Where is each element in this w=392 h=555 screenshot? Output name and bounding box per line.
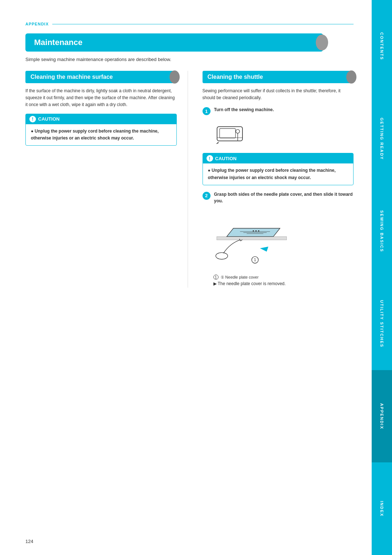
step-1: 1 Turn off the sewing machine. xyxy=(203,106,354,115)
svg-rect-1 xyxy=(220,129,236,138)
sidebar-item-getting-ready[interactable]: GETTING READY xyxy=(372,93,392,185)
intro-text: Simple sewing machine maintenance operat… xyxy=(25,57,354,62)
sidebar-item-index[interactable]: INDEX xyxy=(372,462,392,555)
appendix-bar: APPENDIX xyxy=(25,22,354,26)
left-caution-box: ! CAUTION Unplug the power supply cord b… xyxy=(25,114,177,146)
step-1-text: Turn off the sewing machine. xyxy=(214,106,274,113)
needle-plate-svg: 1 xyxy=(213,209,293,267)
left-section-body: If the surface of the machine is dirty, … xyxy=(25,88,177,109)
step-2-circle: 2 xyxy=(203,192,211,200)
svg-point-12 xyxy=(258,230,259,232)
left-caution-item: Unplug the power supply cord before clea… xyxy=(31,128,171,142)
right-caution-item: Unplug the power supply cord before clea… xyxy=(208,167,348,181)
right-section-title: Cleaning the shuttle xyxy=(208,74,263,80)
right-caution-icon: ! xyxy=(207,155,213,162)
right-section-intro: Sewing performance will suffer if dust c… xyxy=(203,88,354,101)
svg-point-13 xyxy=(216,252,228,259)
left-section-header: Cleaning the machine surface xyxy=(25,71,177,83)
page-number: 124 xyxy=(25,539,33,544)
left-column: Cleaning the machine surface If the surf… xyxy=(25,71,188,288)
svg-marker-14 xyxy=(260,247,268,252)
maintenance-title: Maintenance xyxy=(34,38,82,47)
sidebar: CONTENTS GETTING READY SEWING BASICS UTI… xyxy=(372,0,392,555)
figure-circle-1: 1 xyxy=(213,275,219,280)
right-caution-body: Unplug the power supply cord before clea… xyxy=(203,163,354,185)
left-caution-label: CAUTION xyxy=(38,116,60,122)
svg-text:1: 1 xyxy=(254,258,256,262)
left-caution-header: ! CAUTION xyxy=(26,114,176,124)
sidebar-item-contents[interactable]: CONTENTS xyxy=(372,0,392,93)
right-section-crescent xyxy=(346,70,356,84)
left-caution-body: Unplug the power supply cord before clea… xyxy=(26,124,176,145)
svg-point-10 xyxy=(253,230,254,232)
right-caution-box: ! CAUTION Unplug the power supply cord b… xyxy=(203,153,354,185)
step-1-circle: 1 xyxy=(203,107,211,115)
sidebar-item-sewing-basics[interactable]: SEWING BASICS xyxy=(372,185,392,278)
header-crescent-decoration xyxy=(316,35,328,50)
maintenance-header: Maintenance xyxy=(25,33,323,52)
appendix-label: APPENDIX xyxy=(25,22,49,26)
two-column-layout: Cleaning the machine surface If the surf… xyxy=(25,71,354,288)
svg-point-11 xyxy=(255,230,257,232)
machine-illustration xyxy=(213,120,354,147)
svg-point-2 xyxy=(236,130,240,134)
right-section-header: Cleaning the shuttle xyxy=(203,71,354,83)
arrow-note: The needle plate cover is removed. xyxy=(213,281,354,286)
appendix-divider xyxy=(52,24,354,24)
left-section-title: Cleaning the machine surface xyxy=(30,74,113,80)
svg-rect-5 xyxy=(217,236,287,240)
sidebar-item-appendix[interactable]: APPENDIX xyxy=(372,370,392,463)
svg-marker-6 xyxy=(226,228,280,236)
step-2-text: Grasp both sides of the needle plate cov… xyxy=(214,191,354,204)
figure-note-text: ① Needle plate cover xyxy=(221,275,259,279)
figure-note: 1 ① Needle plate cover xyxy=(213,275,354,280)
caution-icon: ! xyxy=(29,116,36,122)
needle-plate-illustration: 1 xyxy=(213,209,354,269)
right-caution-header: ! CAUTION xyxy=(203,153,354,163)
right-column: Cleaning the shuttle Sewing performance … xyxy=(199,71,354,288)
step-2: 2 Grasp both sides of the needle plate c… xyxy=(203,191,354,204)
machine-svg xyxy=(213,120,246,146)
right-caution-label: CAUTION xyxy=(215,156,237,161)
sidebar-item-utility-stitches[interactable]: UTILITY STITCHES xyxy=(372,278,392,370)
left-section-crescent xyxy=(170,70,180,84)
